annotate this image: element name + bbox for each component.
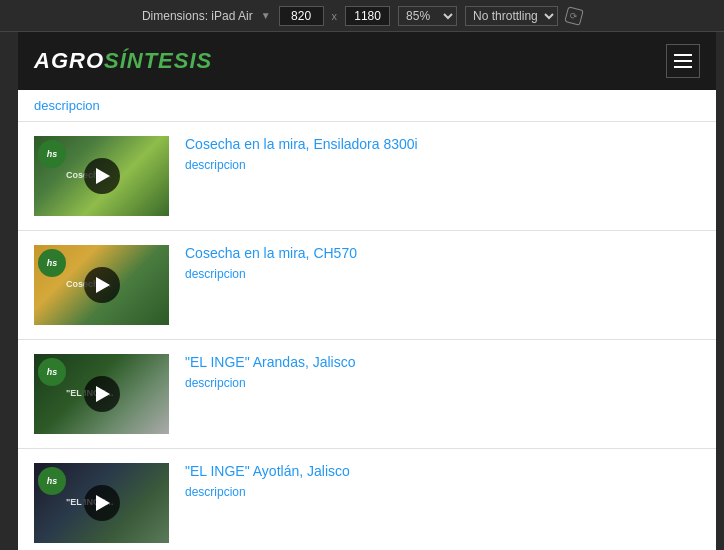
dimensions-label: Dimensions: iPad Air: [142, 9, 253, 23]
top-description: descripcion: [18, 90, 716, 122]
video-info-2: Cosecha en la mira, CH570 descripcion: [185, 245, 700, 281]
video-desc-4: descripcion: [185, 485, 700, 499]
video-info-4: "EL INGE" Ayotlán, Jalisco descripcion: [185, 463, 700, 499]
video-desc-3: descripcion: [185, 376, 700, 390]
hamburger-line-2: [674, 60, 692, 62]
thumb-logo-2: hs: [38, 249, 66, 277]
play-icon-3: [96, 386, 110, 402]
logo-sintesis: Síntesis: [104, 48, 212, 73]
video-desc-2: descripcion: [185, 267, 700, 281]
site-header: AgroSíntesis: [18, 32, 716, 90]
logo-agro: Agro: [34, 48, 104, 73]
play-button-2[interactable]: [84, 267, 120, 303]
play-button-4[interactable]: [84, 485, 120, 521]
throttling-select[interactable]: No throttling: [465, 6, 558, 26]
play-icon-4: [96, 495, 110, 511]
video-item-4: hs "EL INGE... "EL INGE" Ayotlán, Jalisc…: [18, 449, 716, 550]
thumb-logo-3: hs: [38, 358, 66, 386]
play-button-3[interactable]: [84, 376, 120, 412]
thumb-bg-4: hs "EL INGE...: [34, 463, 169, 543]
thumb-bg-3: hs "EL INGE...: [34, 354, 169, 434]
thumb-bg-2: hs Cosecha...: [34, 245, 169, 325]
video-desc-1: descripcion: [185, 158, 700, 172]
video-thumb-4[interactable]: hs "EL INGE...: [34, 463, 169, 543]
zoom-select[interactable]: 85% 100% 75%: [398, 6, 457, 26]
play-icon-1: [96, 168, 110, 184]
video-item-3: hs "EL INGE... "EL INGE" Arandas, Jalisc…: [18, 340, 716, 449]
hamburger-line-3: [674, 66, 692, 68]
video-thumb-2[interactable]: hs Cosecha...: [34, 245, 169, 325]
video-thumb-3[interactable]: hs "EL INGE...: [34, 354, 169, 434]
video-title-1[interactable]: Cosecha en la mira, Ensiladora 8300i: [185, 136, 700, 152]
height-input[interactable]: [345, 6, 390, 26]
browser-toolbar: Dimensions: iPad Air ▼ x 85% 100% 75% No…: [0, 0, 724, 32]
x-separator: x: [332, 10, 338, 22]
video-info-3: "EL INGE" Arandas, Jalisco descripcion: [185, 354, 700, 390]
video-title-2[interactable]: Cosecha en la mira, CH570: [185, 245, 700, 261]
video-item-1: hs Cosecha... Cosecha en la mira, Ensila…: [18, 122, 716, 231]
hamburger-line-1: [674, 54, 692, 56]
thumb-logo-1: hs: [38, 140, 66, 168]
hamburger-menu-button[interactable]: [666, 44, 700, 78]
width-input[interactable]: [279, 6, 324, 26]
thumb-logo-4: hs: [38, 467, 66, 495]
video-thumb-1[interactable]: hs Cosecha...: [34, 136, 169, 216]
top-description-text: descripcion: [34, 98, 100, 113]
left-sidebar-strip: [0, 32, 18, 550]
video-title-4[interactable]: "EL INGE" Ayotlán, Jalisco: [185, 463, 700, 479]
video-item-2: hs Cosecha... Cosecha en la mira, CH570 …: [18, 231, 716, 340]
page-wrapper: AgroSíntesis descripcion: [0, 32, 724, 550]
site-logo[interactable]: AgroSíntesis: [34, 48, 212, 74]
content-list[interactable]: descripcion hs Cosecha...: [18, 90, 716, 550]
main-content: AgroSíntesis descripcion: [18, 32, 716, 550]
video-info-1: Cosecha en la mira, Ensiladora 8300i des…: [185, 136, 700, 172]
page-frame: AgroSíntesis descripcion: [0, 32, 724, 550]
play-icon-2: [96, 277, 110, 293]
dropdown-arrow: ▼: [261, 10, 271, 21]
play-button-1[interactable]: [84, 158, 120, 194]
thumb-bg-1: hs Cosecha...: [34, 136, 169, 216]
video-title-3[interactable]: "EL INGE" Arandas, Jalisco: [185, 354, 700, 370]
rotate-icon[interactable]: ⟳: [564, 6, 584, 26]
right-sidebar-strip: [716, 32, 724, 550]
